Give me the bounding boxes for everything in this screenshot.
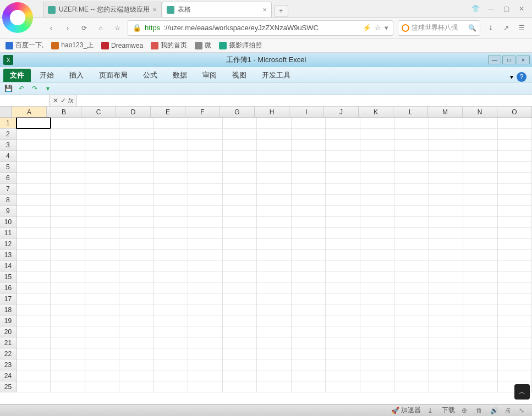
- row-header-23[interactable]: 23: [0, 359, 17, 370]
- cell-J12[interactable]: [326, 238, 360, 249]
- cell-D16[interactable]: [119, 282, 153, 293]
- column-header-C[interactable]: C: [81, 107, 116, 117]
- cell-O3[interactable]: [498, 140, 532, 151]
- cell-O18[interactable]: [498, 304, 532, 315]
- cell-O21[interactable]: [498, 337, 532, 348]
- cell-H25[interactable]: [257, 381, 291, 392]
- cell-H6[interactable]: [257, 173, 291, 184]
- ribbon-tab-file[interactable]: 文件: [3, 69, 31, 82]
- cell-J2[interactable]: [326, 129, 360, 140]
- cell-F23[interactable]: [188, 359, 222, 370]
- cell-L21[interactable]: [394, 337, 429, 348]
- cell-E25[interactable]: [154, 381, 188, 392]
- cell-L3[interactable]: [394, 140, 429, 151]
- row-header-10[interactable]: 10: [0, 217, 17, 228]
- cell-N23[interactable]: [463, 359, 497, 370]
- cell-L6[interactable]: [394, 173, 429, 184]
- cell-N18[interactable]: [463, 304, 497, 315]
- cell-O22[interactable]: [498, 348, 532, 359]
- cell-G14[interactable]: [223, 260, 257, 271]
- cell-N16[interactable]: [463, 282, 497, 293]
- cell-I24[interactable]: [292, 370, 326, 381]
- column-header-G[interactable]: G: [220, 107, 255, 117]
- cell-M14[interactable]: [429, 260, 463, 271]
- cell-A18[interactable]: [17, 304, 51, 315]
- row-header-25[interactable]: 25: [0, 381, 17, 392]
- row-header-11[interactable]: 11: [0, 228, 17, 238]
- cell-D14[interactable]: [119, 260, 153, 271]
- cell-L2[interactable]: [394, 129, 429, 140]
- cell-J23[interactable]: [326, 359, 360, 370]
- name-box[interactable]: [0, 95, 50, 106]
- row-header-15[interactable]: 15: [0, 271, 17, 282]
- cell-G10[interactable]: [223, 217, 257, 228]
- row-header-16[interactable]: 16: [0, 282, 17, 293]
- cell-O13[interactable]: [498, 249, 532, 260]
- cell-H3[interactable]: [257, 140, 291, 151]
- new-tab-button[interactable]: +: [274, 5, 288, 17]
- cell-N4[interactable]: [463, 151, 497, 162]
- ribbon-tab-formulas[interactable]: 公式: [136, 69, 164, 82]
- cell-J3[interactable]: [326, 140, 360, 151]
- cell-I1[interactable]: [292, 118, 326, 129]
- cell-E8[interactable]: [154, 195, 188, 206]
- cell-D4[interactable]: [119, 151, 153, 162]
- status-accelerator[interactable]: 🚀加速器: [391, 406, 421, 415]
- bookmark-hao123[interactable]: hao123_上: [51, 41, 94, 50]
- cell-M5[interactable]: [429, 162, 463, 173]
- cell-F9[interactable]: [188, 206, 222, 217]
- ribbon-tab-view[interactable]: 视图: [226, 69, 253, 82]
- row-header-18[interactable]: 18: [0, 304, 17, 315]
- cell-H20[interactable]: [257, 326, 291, 337]
- cell-O10[interactable]: [498, 217, 532, 228]
- ribbon-tab-home[interactable]: 开始: [33, 69, 61, 82]
- cell-H13[interactable]: [257, 249, 291, 260]
- cell-J19[interactable]: [326, 315, 360, 326]
- row-header-19[interactable]: 19: [0, 315, 17, 326]
- cell-H19[interactable]: [257, 315, 291, 326]
- star-icon[interactable]: ☆: [375, 24, 381, 32]
- cell-A3[interactable]: [17, 140, 51, 151]
- column-header-J[interactable]: J: [324, 107, 359, 117]
- status-trash[interactable]: 🗑: [476, 407, 484, 414]
- cell-D8[interactable]: [119, 195, 153, 206]
- cell-K4[interactable]: [360, 151, 394, 162]
- column-header-E[interactable]: E: [151, 107, 185, 117]
- cell-O14[interactable]: [498, 260, 532, 271]
- cell-F12[interactable]: [188, 238, 222, 249]
- column-header-L[interactable]: L: [393, 107, 428, 117]
- cell-J5[interactable]: [326, 162, 360, 173]
- cell-O5[interactable]: [498, 162, 532, 173]
- cell-A19[interactable]: [17, 315, 51, 326]
- cell-N8[interactable]: [463, 195, 497, 206]
- cell-A21[interactable]: [17, 337, 51, 348]
- cell-M18[interactable]: [429, 304, 463, 315]
- reload-button[interactable]: ⟳: [78, 22, 90, 34]
- status-download-icon[interactable]: ⤓: [427, 407, 435, 414]
- cell-M9[interactable]: [429, 206, 463, 217]
- cell-I9[interactable]: [292, 206, 326, 217]
- column-header-F[interactable]: F: [185, 107, 220, 117]
- cell-N10[interactable]: [463, 217, 497, 228]
- cell-I23[interactable]: [292, 359, 326, 370]
- cell-K5[interactable]: [360, 162, 394, 173]
- cell-I18[interactable]: [292, 304, 326, 315]
- cell-D19[interactable]: [119, 315, 153, 326]
- cell-E18[interactable]: [154, 304, 188, 315]
- chevron-down-icon[interactable]: ▾: [385, 24, 388, 32]
- cell-L9[interactable]: [394, 206, 429, 217]
- cell-C3[interactable]: [85, 140, 119, 151]
- cell-K1[interactable]: [360, 118, 394, 129]
- cell-B17[interactable]: [51, 293, 85, 304]
- cell-D1[interactable]: [119, 118, 153, 129]
- cell-O16[interactable]: [498, 282, 532, 293]
- ribbon-tab-developer[interactable]: 开发工具: [255, 69, 297, 82]
- cell-N1[interactable]: [463, 118, 497, 129]
- cell-K8[interactable]: [360, 195, 394, 206]
- cell-C12[interactable]: [85, 238, 119, 249]
- cell-A9[interactable]: [17, 206, 51, 217]
- cell-N20[interactable]: [463, 326, 497, 337]
- cell-B25[interactable]: [51, 381, 85, 392]
- cell-N19[interactable]: [463, 315, 497, 326]
- cell-N12[interactable]: [463, 238, 497, 249]
